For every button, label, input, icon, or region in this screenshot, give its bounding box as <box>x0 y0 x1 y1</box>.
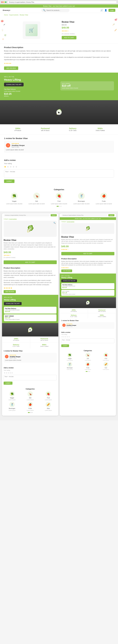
mc-deli[interactable]: 🍗 Deli Lorem ipsum <box>22 391 39 400</box>
mcr-dot-1[interactable] <box>86 371 88 372</box>
msr-orders-label: Orders Fulfilled <box>89 316 115 317</box>
mc-fruits[interactable]: 🍎 Fruits Lorem ipsum <box>22 402 39 411</box>
pag-dot-2[interactable] <box>30 412 31 413</box>
mar-submit-btn[interactable]: SUBMIT <box>4 382 13 385</box>
pag-dot-1[interactable] <box>28 412 30 413</box>
mp-zoom-icon[interactable]: 🔍 <box>53 222 56 224</box>
mcr-deli[interactable]: 🍗 Deli Lorem ipsum <box>79 353 96 361</box>
mp-category-link[interactable]: Supermarkets <box>9 218 17 220</box>
msr-orders-num: 5000+ <box>89 314 115 316</box>
mp-cart-btn-right[interactable]: ADD TO CART <box>61 252 114 255</box>
category-fruits[interactable]: 🍎 Fruits Lorem ipsum dolor sit amet <box>94 192 114 204</box>
mc-fruits-icon: 🍎 <box>28 402 33 407</box>
pagination-dot-2[interactable] <box>59 206 60 207</box>
mobile-search-btn-right[interactable]: Search <box>108 214 114 216</box>
mr-info-right: ★★★★★ Jonathan Hooper June 9, 2021 <box>66 323 76 327</box>
category-beverages[interactable]: 🥤 Beverages Lorem ipsum dolor sit amet <box>71 192 92 204</box>
mobile-address-left[interactable]: Grocery & Supermarkets | Grocey Plus <box>4 214 50 216</box>
mcr-dot-3[interactable] <box>89 371 90 372</box>
green-inner: WE'LL DO THE Heavy Lifting DOWNLOAD THE … <box>4 76 114 97</box>
mg-flat-rate-card: Flat Rate Delivery Lorem ipsum dolor sit… <box>4 307 56 314</box>
add-review-button-desc[interactable]: ADD REVIEW <box>4 66 18 70</box>
download-app-button[interactable]: DOWNLOAD THE APP <box>4 83 24 86</box>
search-input[interactable] <box>46 10 68 11</box>
mar-input-right[interactable] <box>61 338 114 343</box>
mc-beverages-name: Beverages <box>9 408 15 409</box>
green-left: WE'LL DO THE Heavy Lifting DOWNLOAD THE … <box>4 76 58 97</box>
mc-veggie[interactable]: 🥦 Veggie Lorem ipsum <box>4 391 20 400</box>
mar-submit-right[interactable]: SUBMIT <box>61 344 69 347</box>
category-deli[interactable]: 🍗 Deli Lorem ipsum dolor sit amet <box>26 192 47 204</box>
mcr-fruits[interactable]: 🍎 Fruits Lorem ipsum <box>79 362 96 370</box>
mcr-nuts[interactable]: 🥜 Nuts Lorem ipsum <box>97 362 114 370</box>
mcr-fruit[interactable]: 🍓 Fruit Lorem ipsum <box>97 353 114 361</box>
address-bar[interactable]: Grocery & supermarkets | Grocey Plus <box>8 1 117 4</box>
user-icon[interactable]: 👤 <box>104 9 107 12</box>
mpd-btn-right[interactable]: ADD REVIEW <box>61 270 72 272</box>
category-fruit[interactable]: 🍓 Fruit Lorem ipsum dolor sit amet <box>49 192 69 204</box>
mg-eyebrow: WE'LL DO THE <box>4 297 56 298</box>
categories-section: Categories 🥦 Veggie Lorem ipsum dolor si… <box>0 185 118 211</box>
mobile-search-btn-left[interactable]: Search <box>51 214 57 216</box>
mg-download-btn[interactable]: DOWNLOAD THE APP <box>4 302 22 305</box>
mg-title-right: Heavy Lifting <box>61 276 114 278</box>
review-textarea[interactable] <box>4 170 114 178</box>
star-2[interactable]: ★ <box>7 166 9 168</box>
mar-star-rating[interactable]: ★★★★★ <box>4 372 57 374</box>
ms-stats-right: 1000s of Products Partnered with 34 Stor… <box>60 308 116 318</box>
right-mobile-frame: Grocery & Supermarkets | Grocey Plus Sea… <box>60 213 116 416</box>
mar-stars-right[interactable]: ★★★★★ <box>61 336 114 338</box>
mg-flat-desc-right: Lorem ipsum dolor sit amet <box>62 286 113 287</box>
mc-nuts-icon: 🥜 <box>46 402 51 407</box>
reviewer-name: Jonathan Hooper <box>12 144 25 146</box>
mpd-title-right: Product Description <box>61 258 114 260</box>
mpd-review-btn[interactable]: ADD REVIEW <box>4 290 16 293</box>
star-3[interactable]: ★ <box>10 166 12 168</box>
product-stars: ★★★★☆ <box>62 30 111 32</box>
flat-rate-desc: Lorem ipsum dolor sit amet <box>4 90 58 92</box>
cart-icon[interactable]: 🛒 <box>100 9 103 12</box>
mr-avatar: J <box>5 355 9 358</box>
pagination-dot-1[interactable] <box>57 206 59 207</box>
add-to-cart-button[interactable]: ADD TO CART <box>62 36 76 40</box>
mp-add-to-cart-btn[interactable]: ADD TO CART <box>4 260 57 264</box>
mc-fruit[interactable]: 🍓 Fruit Lorem ipsum <box>40 391 57 400</box>
nav-search-bar[interactable]: 🔍 <box>41 8 69 12</box>
description-stars: ★★★★★ <box>4 62 114 64</box>
mpd-stars: ★★★★★ <box>4 287 57 289</box>
mc-nuts[interactable]: 🥜 Nuts Lorem ipsum <box>40 402 57 411</box>
mh-play-btn[interactable]: ▶ <box>28 328 32 332</box>
submit-review-button[interactable]: SUBMIT <box>4 180 15 183</box>
stat-orders-label: Orders Fulfilled <box>88 130 113 131</box>
mp-stars: ★★★★☆ <box>2 254 58 257</box>
star-4[interactable]: ★ <box>13 166 15 168</box>
mr-row-right: J ★★★★★ Jonathan Hooper June 9, 2021 <box>62 323 113 327</box>
stat-orders: 5000+ Orders Fulfilled <box>86 126 114 132</box>
mc-beverages[interactable]: 🥤 Beverages Lorem ipsum <box>4 402 20 411</box>
mcr-dot-2[interactable] <box>88 371 89 372</box>
star-1[interactable]: ★ <box>4 166 6 168</box>
mg-download-btn-right[interactable]: DOWNLOAD THE APP <box>61 280 77 282</box>
pagination-dot-3[interactable] <box>61 206 61 207</box>
mg-next-order-desc: Lorem ipsum dolor sit amet <box>5 319 55 320</box>
login-button[interactable]: Login <box>108 9 115 12</box>
star-5[interactable]: ★ <box>15 166 18 168</box>
star-rating-input[interactable]: ★ ★ ★ ★ ★ <box>4 165 114 168</box>
mcr-veggie[interactable]: 🥦 Veggie Lorem ipsum <box>61 353 78 361</box>
mr-name-right: Jonathan Hooper <box>66 325 76 326</box>
mp-desc-right: Beatae vitae dicta sunt explicabo. Nemo … <box>60 239 116 244</box>
hero-image-section: 🥬 ▶ <box>0 100 118 124</box>
msr-stores-num: Partnered <box>89 309 115 311</box>
category-veggie[interactable]: 🥦 Veggie Lorem ipsum dolor sit amet <box>4 192 24 204</box>
mh-play-right[interactable]: ▶ <box>86 301 90 304</box>
mobile-address-right[interactable]: Grocery & Supermarkets | Grocey Plus <box>61 214 107 216</box>
mcr-beverages[interactable]: 🥤 Beverages Lorem ipsum <box>61 362 78 370</box>
mpd-right: Product Description Beatae vitae dicta s… <box>60 256 116 274</box>
mp-category-link-right[interactable]: Supermarkets <box>67 221 74 222</box>
mar-review-input[interactable] <box>4 375 57 380</box>
review-date: June 9, 2021 <box>12 146 25 148</box>
breadcrumb-category[interactable]: Supermarkets <box>9 14 18 16</box>
fruits-name: Fruits <box>102 200 106 202</box>
pag-dot-3[interactable] <box>32 412 33 413</box>
breadcrumb-home[interactable]: Home <box>4 14 8 16</box>
